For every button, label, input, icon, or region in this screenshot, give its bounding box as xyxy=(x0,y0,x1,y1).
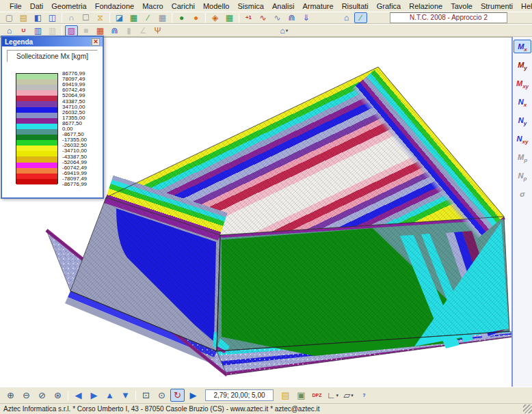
top-plate-face xyxy=(106,67,504,240)
menu-sismica[interactable]: Sismica xyxy=(233,1,268,12)
views-window-icon[interactable]: ◧ xyxy=(31,12,44,23)
open-folder-icon[interactable]: ▤ xyxy=(17,12,30,23)
dpz-icon[interactable]: DPZ xyxy=(310,389,324,402)
view-cube-icon: ▱ xyxy=(343,390,350,400)
result-label: N xyxy=(517,135,522,143)
result-label-sub: x xyxy=(524,102,527,108)
materials-grid-icon[interactable]: ▦ xyxy=(127,12,140,23)
menu-relazione[interactable]: Relazione xyxy=(405,1,447,12)
orange-sphere-icon: ● xyxy=(194,13,198,23)
views-menu-icon[interactable]: ⌂▾ xyxy=(278,25,291,36)
chevron-down-icon: ▾ xyxy=(336,393,339,398)
forces-icon[interactable]: ⇓ xyxy=(300,12,312,23)
zoom-extents-icon[interactable]: ⊛ xyxy=(51,389,65,402)
slab-grid-icon[interactable]: ▦ xyxy=(223,12,236,23)
norm-arches-icon[interactable]: ∩ xyxy=(65,12,78,23)
menu-macro[interactable]: Macro xyxy=(138,1,168,12)
legend-title-bar[interactable]: Legenda ✕ xyxy=(2,37,103,46)
report-settings-icon[interactable]: ▣ xyxy=(294,389,308,402)
menu-tavole[interactable]: Tavole xyxy=(447,1,477,12)
deformed-icon[interactable]: Ψ xyxy=(151,25,164,36)
menu-risultati[interactable]: Risultati xyxy=(338,1,373,12)
spectrum-dpz-icon[interactable]: ∿ xyxy=(256,12,269,23)
menu-modello[interactable]: Modello xyxy=(199,1,234,12)
result-mp-button: Mp xyxy=(514,150,531,164)
result-label: M xyxy=(518,61,524,69)
pan-hand-icon[interactable]: ⊙ xyxy=(155,389,169,402)
legend-swatch xyxy=(16,174,57,179)
menu-fondazione[interactable]: Fondazione xyxy=(91,1,139,12)
rotate-3d-icon[interactable]: ↻ xyxy=(170,389,185,402)
result-mxy-button[interactable]: Mxy xyxy=(514,77,531,90)
main-toolbar-icons: ▢▤◧◫∩☐⧖◪▦∕▦●●◈▦+1∿∿⋒⇓ xyxy=(2,12,313,23)
plate-results-icon[interactable]: ▨ xyxy=(65,25,78,36)
arch-diagram-icon[interactable]: ⋒ xyxy=(108,25,121,36)
terrain-icon[interactable]: ◪ xyxy=(113,12,126,23)
result-nxy-button[interactable]: Nxy xyxy=(514,132,531,146)
menu-grafica[interactable]: Grafica xyxy=(373,1,405,12)
menu-file[interactable]: File xyxy=(5,1,26,12)
new-document-icon[interactable]: ▢ xyxy=(3,12,16,23)
legend-swatch xyxy=(16,96,57,101)
pan-up-icon: ▲ xyxy=(105,390,114,400)
zoom-out-icon[interactable]: ⊖ xyxy=(19,389,34,402)
rebar-u-icon[interactable]: U xyxy=(17,25,30,36)
green-sphere-icon[interactable]: ● xyxy=(175,12,188,23)
menu-items: FileDatiGeometriaFondazioneMacroCarichiM… xyxy=(5,1,532,12)
play-animation-icon[interactable]: ▶ xyxy=(186,389,200,402)
mesh-grid-icon[interactable]: ▦ xyxy=(156,12,169,23)
mesh-grid-icon: ▦ xyxy=(159,13,166,23)
result-ny-button[interactable]: Ny xyxy=(514,113,531,127)
arch-icon[interactable]: ⋒ xyxy=(285,12,298,23)
hourglass-icon[interactable]: ⧖ xyxy=(94,12,107,23)
dpz-icon: DPZ xyxy=(312,393,322,398)
zoom-in-icon[interactable]: ⊕ xyxy=(3,389,18,402)
menu-analisi[interactable]: Analisi xyxy=(268,1,298,12)
color-map-icon[interactable]: ▦ xyxy=(94,25,107,36)
result-my-button[interactable]: My xyxy=(514,58,531,72)
legend-swatch xyxy=(16,74,57,79)
menu-geometria[interactable]: Geometria xyxy=(47,1,90,12)
result-label-sub: y xyxy=(524,65,527,71)
pencil-icon[interactable]: ∕ xyxy=(142,12,155,23)
result-mx-button[interactable]: Mx xyxy=(514,40,531,53)
menu-armature[interactable]: Armature xyxy=(298,1,337,12)
view-cube-icon[interactable]: ▱▾ xyxy=(341,389,356,402)
menu-help[interactable]: Help xyxy=(517,1,532,12)
selection-rect-icon[interactable]: ☐ xyxy=(79,12,92,23)
building-3d-icon[interactable]: ⌂ xyxy=(340,12,353,23)
section-box-icon[interactable]: ◈ xyxy=(209,12,222,23)
pan-right-icon[interactable]: ▶ xyxy=(87,389,101,402)
zoom-previous-icon[interactable]: ⊘ xyxy=(35,389,49,402)
coordinates-field[interactable] xyxy=(205,389,274,401)
export-image-icon[interactable]: ▤ xyxy=(278,389,293,402)
pan-down-icon[interactable]: ▼ xyxy=(118,389,133,402)
resize-grip[interactable] xyxy=(523,404,532,413)
result-label-sub: x xyxy=(524,46,527,53)
legend-swatch xyxy=(16,135,57,140)
add-node-icon: +1 xyxy=(245,13,252,23)
help-icon[interactable]: ? xyxy=(357,389,371,402)
axes-3d-icon[interactable]: ∟▾ xyxy=(325,389,340,402)
views-cascade-icon[interactable]: ◫ xyxy=(46,12,59,23)
render-view-icon[interactable]: ∕ xyxy=(354,12,367,23)
result-nx-button[interactable]: Nx xyxy=(514,95,531,109)
zoom-previous-icon: ⊘ xyxy=(38,390,46,400)
close-icon[interactable]: ✕ xyxy=(92,38,100,46)
menu-strumenti[interactable]: Strumenti xyxy=(477,1,517,12)
pan-left-icon[interactable]: ◀ xyxy=(71,389,85,402)
add-node-icon[interactable]: +1 xyxy=(242,12,255,23)
selection-rect-icon: ☐ xyxy=(82,13,90,23)
frame-results-icon[interactable]: ▥ xyxy=(31,25,44,36)
pan-up-icon[interactable]: ▲ xyxy=(103,389,117,402)
toolbar-separator xyxy=(62,13,62,23)
legend-window[interactable]: Legenda ✕ Sollecitazione Mx [kgm] 86776,… xyxy=(1,36,104,199)
menu-carichi[interactable]: Carichi xyxy=(168,1,199,12)
arch-icon: ⋒ xyxy=(288,13,295,23)
menu-dati[interactable]: Dati xyxy=(26,1,48,12)
structure-view-icon[interactable]: ⌂ xyxy=(3,25,16,36)
spectrum-dpz2-icon[interactable]: ∿ xyxy=(271,12,284,23)
zoom-window-icon[interactable]: ⊡ xyxy=(139,389,153,402)
legend-swatch xyxy=(16,163,57,168)
orange-sphere-icon[interactable]: ● xyxy=(189,12,202,23)
